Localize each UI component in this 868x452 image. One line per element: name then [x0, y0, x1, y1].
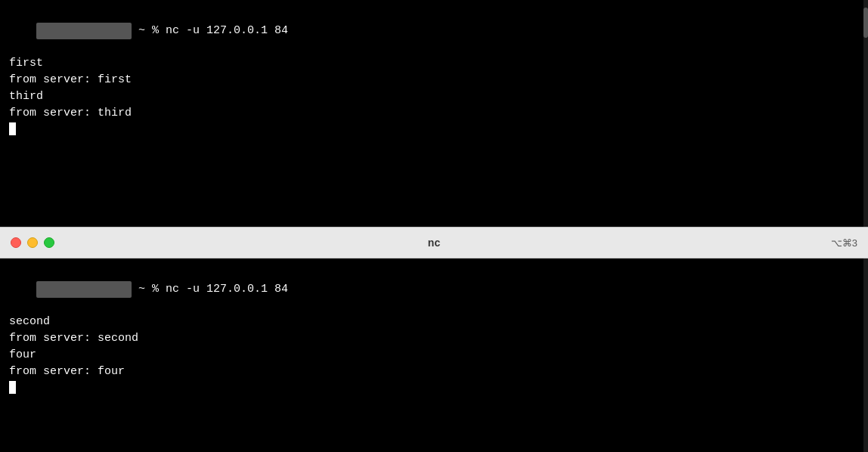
bottom-line-3: four [9, 347, 859, 364]
maximize-button[interactable] [44, 237, 54, 248]
window-controls [11, 237, 54, 248]
hostname-blur-top [36, 23, 132, 39]
minimize-button[interactable] [27, 237, 38, 248]
top-command: nc -u 127.0.0.1 84 [166, 24, 288, 37]
close-button[interactable] [11, 237, 21, 248]
window-title: nc [428, 237, 440, 249]
window-shortcut: ⌥⌘3 [831, 237, 857, 249]
top-scrollbar[interactable] [863, 0, 868, 227]
top-line-3: third [9, 88, 859, 105]
top-prompt-line: ~ % nc -u 127.0.0.1 84 [9, 6, 859, 55]
terminal-top-pane[interactable]: ~ % nc -u 127.0.0.1 84 first from server… [0, 0, 868, 227]
top-cursor-line [9, 121, 859, 138]
terminal-bottom-pane[interactable]: ~ % nc -u 127.0.0.1 84 second from serve… [0, 259, 868, 452]
top-scrollbar-thumb[interactable] [863, 8, 868, 38]
bottom-prompt-line: ~ % nc -u 127.0.0.1 84 [9, 265, 859, 314]
bottom-cursor-line [9, 379, 859, 396]
bottom-line-1: second [9, 314, 859, 330]
top-line-4: from server: third [9, 105, 859, 122]
bottom-prompt-text: ~ % [132, 283, 166, 296]
hostname-blur-bottom [36, 281, 132, 298]
bottom-line-2: from server: second [9, 330, 859, 347]
window-titlebar: nc ⌥⌘3 [0, 227, 868, 259]
top-cursor [9, 122, 16, 135]
bottom-scrollbar[interactable] [863, 259, 868, 452]
top-line-1: first [9, 55, 859, 72]
top-prompt-text: ~ % [132, 24, 166, 37]
bottom-line-4: from server: four [9, 364, 859, 380]
bottom-cursor [9, 381, 16, 394]
top-line-2: from server: first [9, 72, 859, 88]
bottom-command: nc -u 127.0.0.1 84 [166, 283, 288, 296]
